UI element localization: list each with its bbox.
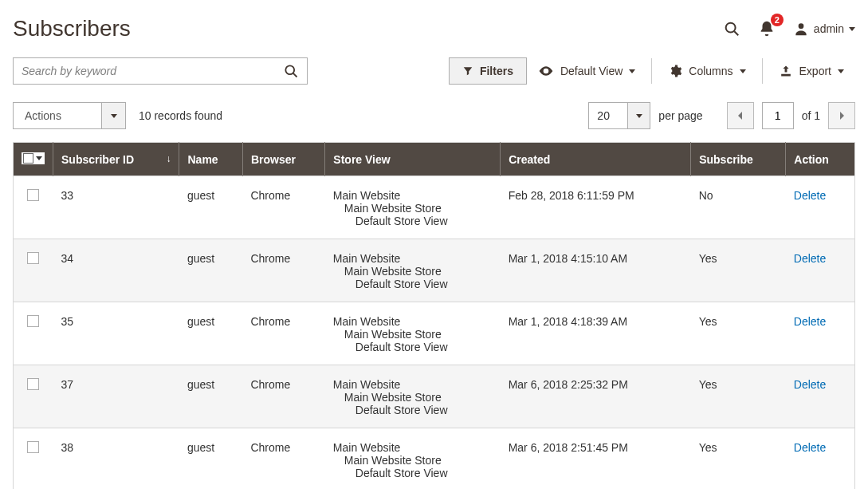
search-submit-icon[interactable] [283,63,299,79]
page-input[interactable] [762,102,794,129]
next-page-button[interactable] [828,102,855,129]
page-total: of 1 [802,109,820,122]
delete-link[interactable]: Delete [794,315,826,328]
toolbar-primary-right: Filters Default View Columns Export [449,57,855,85]
bulk-actions-dropdown[interactable]: Actions [13,102,126,129]
cell-action: Delete [786,302,855,365]
cell-store-view: Main WebsiteMain Website StoreDefault St… [325,428,501,490]
subscribers-table: Subscriber ID↓ Name Browser Store View C… [13,142,855,489]
cell-browser: Chrome [242,239,324,302]
view-switcher[interactable]: Default View [527,57,646,85]
col-store-view[interactable]: Store View [325,143,501,176]
cell-created: Mar 1, 2018 4:15:10 AM [501,239,691,302]
row-select[interactable] [14,302,53,365]
columns-label: Columns [689,65,732,77]
chevron-left-icon [736,111,744,120]
cell-name: guest [179,176,242,239]
perpage-label: per page [658,109,702,122]
cell-action: Delete [786,239,855,302]
chevron-right-icon [838,111,846,120]
filters-button[interactable]: Filters [449,57,527,85]
col-browser[interactable]: Browser [242,143,324,176]
col-created[interactable]: Created [501,143,691,176]
export-icon [779,65,793,77]
prev-page-button[interactable] [727,102,754,129]
checkbox-icon [23,153,33,164]
cell-store-view: Main WebsiteMain Website StoreDefault St… [325,176,501,239]
col-subscriber-id[interactable]: Subscriber ID↓ [53,143,179,176]
cell-subscribe: Yes [691,239,786,302]
cell-browser: Chrome [242,428,324,490]
delete-link[interactable]: Delete [794,441,826,454]
records-found: 10 records found [139,109,222,122]
cell-subscribe: Yes [691,365,786,428]
table-row[interactable]: 38guestChromeMain WebsiteMain Website St… [14,428,855,490]
chevron-down-icon [35,153,43,164]
table-row[interactable]: 34guestChromeMain WebsiteMain Website St… [14,239,855,302]
export-button[interactable]: Export [768,57,855,85]
table-row[interactable]: 35guestChromeMain WebsiteMain Website St… [14,302,855,365]
cell-action: Delete [786,428,855,490]
delete-link[interactable]: Delete [794,378,826,391]
svg-point-0 [726,23,736,33]
cell-browser: Chrome [242,365,324,428]
search-icon[interactable] [723,20,740,37]
perpage-select[interactable]: 20 [588,102,650,129]
cell-name: guest [179,239,242,302]
cell-action: Delete [786,365,855,428]
eye-icon [538,65,554,77]
cell-created: Mar 6, 2018 2:25:32 PM [501,365,691,428]
separator [651,58,652,84]
chevron-down-icon [629,69,635,73]
cell-store-view: Main WebsiteMain Website StoreDefault St… [325,302,501,365]
svg-point-3 [285,65,294,74]
chevron-down-icon [740,69,746,73]
delete-link[interactable]: Delete [794,189,826,202]
col-action: Action [786,143,855,176]
toolbar-secondary: Actions 10 records found 20 per page of … [13,96,855,142]
cell-browser: Chrome [242,302,324,365]
col-select-all[interactable] [14,143,53,176]
toolbar-primary: Filters Default View Columns Export [13,53,855,96]
cell-subscriber-id: 35 [53,302,179,365]
svg-point-5 [544,69,547,72]
row-select[interactable] [14,176,53,239]
header-actions: 2 admin [723,20,855,37]
perpage-value: 20 [589,103,627,128]
col-subscribe[interactable]: Subscribe [691,143,786,176]
cell-created: Mar 1, 2018 4:18:39 AM [501,302,691,365]
row-select[interactable] [14,365,53,428]
row-select[interactable] [14,428,53,490]
cell-subscriber-id: 34 [53,239,179,302]
search-input[interactable] [22,65,283,77]
cell-browser: Chrome [242,176,324,239]
page-title: Subscribers [13,16,723,41]
svg-point-2 [799,23,804,29]
checkbox-icon [27,441,39,453]
cell-subscribe: No [691,176,786,239]
user-label: admin [814,22,844,35]
delete-link[interactable]: Delete [794,252,826,265]
user-menu[interactable]: admin [793,21,855,37]
checkbox-icon [27,315,39,327]
cell-created: Mar 6, 2018 2:51:45 PM [501,428,691,490]
notifications-icon[interactable]: 2 [758,20,776,37]
checkbox-icon [27,378,39,390]
checkbox-icon [27,189,39,201]
table-row[interactable]: 33guestChromeMain WebsiteMain Website St… [14,176,855,239]
row-select[interactable] [14,239,53,302]
columns-button[interactable]: Columns [657,57,756,85]
cell-subscribe: Yes [691,302,786,365]
pagination: 20 per page of 1 [588,102,855,129]
cell-store-view: Main WebsiteMain Website StoreDefault St… [325,365,501,428]
chevron-down-icon [101,103,125,128]
user-icon [793,21,809,37]
cell-name: guest [179,365,242,428]
cell-subscriber-id: 38 [53,428,179,490]
col-name[interactable]: Name [179,143,242,176]
table-row[interactable]: 37guestChromeMain WebsiteMain Website St… [14,365,855,428]
search-box [13,57,308,85]
chevron-down-icon [838,69,844,73]
checkbox-icon [27,252,39,264]
chevron-down-icon [627,103,650,128]
